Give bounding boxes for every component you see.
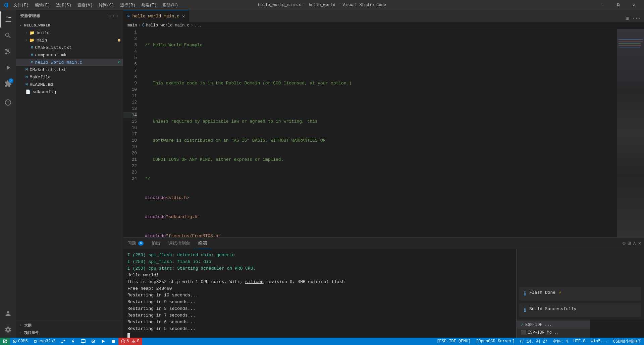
sidebar-title: 资源管理器	[20, 13, 40, 18]
tree-item-label: component.mk	[35, 53, 67, 58]
status-remote[interactable]	[0, 338, 10, 345]
breadcrumb-main[interactable]: main	[127, 23, 137, 28]
build-successfully-text: Build Successfully	[529, 306, 576, 312]
status-openocd-server[interactable]: [OpenOCD Server]	[473, 338, 517, 345]
explorer-icon[interactable]	[0, 11, 16, 27]
tree-item-label: sdkconfig	[33, 89, 56, 94]
flash-done-text: Flash Done	[529, 290, 555, 295]
add-terminal-button[interactable]: ⊕	[622, 240, 626, 247]
breadcrumb-more[interactable]: ...	[195, 23, 202, 28]
sidebar-more-button[interactable]: ···	[108, 13, 119, 19]
code-content[interactable]: /* Hello World Example This example code…	[140, 29, 617, 237]
esp-idf-terminal-tab[interactable]: ✓ ESP-IDF ...	[517, 321, 590, 329]
status-stop-button[interactable]	[108, 338, 118, 345]
status-eol[interactable]: Win5...	[588, 338, 610, 345]
svg-rect-4	[81, 340, 85, 343]
status-encoding[interactable]: UTF-8	[571, 338, 588, 345]
tab-terminal[interactable]: 终端	[194, 237, 211, 249]
tab-problems[interactable]: 问题 6	[123, 237, 148, 249]
menu-run[interactable]: 运行(R)	[117, 2, 138, 9]
status-monitor-button[interactable]	[78, 338, 88, 345]
tree-item-cmakelists-root[interactable]: M CMakeLists.txt	[16, 66, 123, 73]
tab-output[interactable]: 输出	[148, 237, 164, 249]
menu-edit[interactable]: 编辑(E)	[32, 2, 53, 9]
extensions-icon[interactable]: 1	[0, 76, 16, 92]
debug-console-label: 调试控制台	[168, 240, 190, 246]
project-components-section[interactable]: › 项目组件	[16, 329, 123, 336]
tree-item-build[interactable]: › 📁 build	[16, 29, 123, 37]
split-terminal-button[interactable]: ⊞	[628, 240, 631, 247]
status-csdn[interactable]: CSDN@小橘电子	[610, 338, 644, 345]
run-icon	[101, 339, 106, 344]
menu-help[interactable]: 帮助(H)	[160, 2, 181, 9]
term-line-8: Restarting in 9 seconds...	[127, 299, 512, 305]
status-build-button[interactable]	[58, 338, 68, 345]
esp-idf-monitor-tab[interactable]: ⬛ ESP-IDF Mo...	[517, 329, 590, 336]
minimize-button[interactable]: －	[595, 0, 610, 10]
menu-bar[interactable]: 文件(F) 编辑(E) 选择(S) 查看(V) 转到(G) 运行(R) 终端(T…	[11, 2, 181, 9]
code-line-8: */	[145, 176, 617, 182]
status-esp-idf-qemu[interactable]: [ESP-IDF QEMU]	[434, 338, 473, 345]
esp-idf-icon[interactable]	[0, 94, 16, 111]
code-editor[interactable]: 1 2 3 4 5 6 7 8 9 10 11 12 13 14 15 16 1	[123, 29, 644, 237]
status-chip[interactable]: esp32s2	[31, 338, 58, 345]
tree-item-hello-world[interactable]: C hello_world_main.c 6	[16, 59, 123, 66]
split-editor-button[interactable]: ⊞	[626, 15, 629, 22]
status-flash-button[interactable]	[68, 338, 78, 345]
openocd-icon	[91, 339, 96, 344]
term-line-9: Restarting in 8 seconds...	[127, 305, 512, 312]
status-chip-text: esp32s2	[39, 339, 55, 344]
menu-view[interactable]: 查看(V)	[75, 2, 96, 9]
spaces-text: 空格: 4	[553, 339, 568, 344]
window-controls[interactable]: － ⧉ ✕	[595, 0, 641, 10]
menu-select[interactable]: 选择(S)	[53, 2, 74, 9]
flash-icon	[71, 339, 75, 344]
tree-item-sdkconfig[interactable]: 📄 sdkconfig	[16, 88, 123, 95]
more-actions-button[interactable]: ···	[632, 15, 641, 21]
terminal-content[interactable]: I (253) spi_flash: detected chip: generi…	[123, 249, 516, 338]
status-spaces[interactable]: 空格: 4	[550, 338, 571, 345]
encoding-text: UTF-8	[574, 339, 586, 344]
tree-item-label: Makefile	[30, 75, 51, 80]
breadcrumb-file[interactable]: hello_world_main.c	[146, 23, 190, 28]
menu-file[interactable]: 文件(F)	[11, 2, 32, 9]
close-button[interactable]: ✕	[626, 0, 641, 10]
menu-goto[interactable]: 转到(G)	[96, 2, 117, 9]
tree-item-makefile[interactable]: M Makefile	[16, 73, 123, 81]
tree-item-component[interactable]: M component.mk	[16, 51, 123, 59]
status-line-col[interactable]: 行 14, 列 27	[517, 338, 550, 345]
stop-icon	[111, 339, 116, 344]
menu-terminal[interactable]: 终端(T)	[139, 2, 160, 9]
tree-item-cmakelists-main[interactable]: M CMakeLists.txt	[16, 44, 123, 51]
source-control-icon[interactable]	[0, 44, 16, 60]
maximize-button[interactable]: ⧉	[610, 0, 626, 10]
code-line-3: This example code is in the Public Domai…	[145, 80, 617, 86]
status-run-button[interactable]	[98, 338, 108, 345]
term-line-3: I (253) cpu_start: Starting scheduler on…	[127, 265, 512, 272]
tab-close-button[interactable]: ✕	[182, 13, 185, 19]
tree-root[interactable]: ▾ HELLO_WORLD	[16, 22, 123, 29]
code-line-11: #include "freertos/FreeRTOS.h"	[145, 233, 617, 237]
chevron-up-button[interactable]: ∧	[633, 240, 636, 247]
tree-item-readme[interactable]: M README.md	[16, 81, 123, 88]
settings-icon[interactable]	[0, 322, 16, 338]
code-terminal-area: 1 2 3 4 5 6 7 8 9 10 11 12 13 14 15 16 1	[123, 29, 644, 338]
editor-tab-active[interactable]: C hello_world_main.c ✕	[123, 10, 189, 22]
tab-debug-console[interactable]: 调试控制台	[164, 237, 194, 249]
monitor-icon	[81, 339, 86, 344]
run-debug-icon[interactable]	[0, 60, 16, 76]
svg-point-1	[14, 341, 15, 342]
check-icon: ✓	[521, 322, 523, 327]
code-line-9: #include <stdio.h>	[145, 195, 617, 201]
title-bar-left: 文件(F) 编辑(E) 选择(S) 查看(V) 转到(G) 运行(R) 终端(T…	[3, 2, 181, 9]
close-panel-button[interactable]: ✕	[638, 240, 641, 247]
breadcrumb: main › C hello_world_main.c › ...	[123, 22, 644, 29]
status-com6[interactable]: COM6	[10, 338, 31, 345]
code-line-10: #include "sdkconfig.h"	[145, 214, 617, 220]
status-errors[interactable]: 6 0	[118, 338, 142, 345]
search-icon[interactable]	[0, 27, 16, 44]
status-openocd-button[interactable]	[88, 338, 98, 345]
outline-section[interactable]: › 大纲	[16, 322, 123, 329]
account-icon[interactable]	[0, 305, 16, 322]
tree-item-main[interactable]: ▾ 📂 main	[16, 37, 123, 44]
